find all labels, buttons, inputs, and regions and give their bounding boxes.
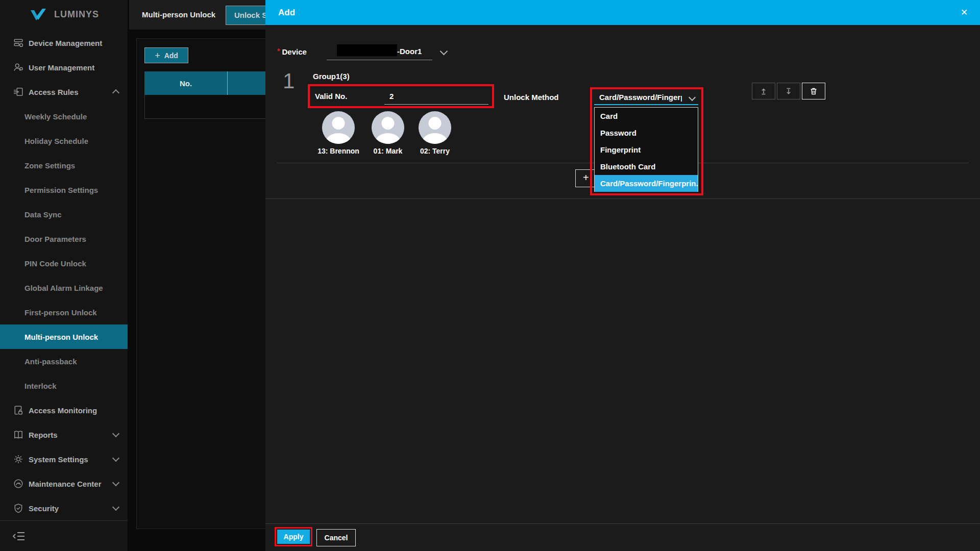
sidebar-item-reports[interactable]: Reports	[0, 422, 128, 447]
section-divider	[265, 198, 980, 199]
sidebar-item-label: System Settings	[29, 455, 88, 464]
unlock-method-dropdown: Card Password Fingerprint Bluetooth Card…	[594, 107, 698, 192]
close-icon[interactable]: ✕	[957, 0, 972, 25]
move-up-button[interactable]	[752, 83, 775, 99]
dropdown-option-password[interactable]: Password	[595, 124, 698, 141]
dropdown-option-card-password-fingerprint[interactable]: Card/Password/Fingerprin...	[595, 175, 698, 192]
sidebar-item-interlock[interactable]: Interlock	[0, 373, 128, 398]
add-dialog: Add ✕ *Device -Door1 1 Group1(3) Valid N…	[265, 0, 980, 551]
sidebar-item-access-rules[interactable]: Access Rules	[0, 80, 128, 104]
chevron-down-icon	[112, 504, 119, 511]
sidebar-item-label: Zone Settings	[24, 161, 75, 170]
sidebar-item-label: First-person Unlock	[24, 308, 97, 317]
sidebar-item-device-management[interactable]: Device Management	[0, 31, 128, 55]
sidebar-item-door-parameters[interactable]: Door Parameters	[0, 227, 128, 251]
dialog-header: Add ✕	[265, 0, 980, 25]
gear-icon	[13, 454, 23, 464]
group-member: 02: Terry	[419, 111, 451, 155]
move-down-button[interactable]	[777, 83, 800, 99]
sidebar-item-label: Access Rules	[29, 88, 79, 96]
sidebar-item-pin-code-unlock[interactable]: PIN Code Unlock	[0, 251, 128, 276]
footer-divider	[265, 523, 980, 524]
sidebar-collapse-button[interactable]	[12, 530, 28, 543]
member-name: 13: Brennon	[317, 147, 359, 155]
brand-logo: LUMINYS	[0, 0, 128, 29]
sidebar-item-zone-settings[interactable]: Zone Settings	[0, 153, 128, 178]
access-rules-icon	[13, 87, 23, 97]
sidebar-item-anti-passback[interactable]: Anti-passback	[0, 349, 128, 373]
dropdown-option-bluetooth-card[interactable]: Bluetooth Card	[595, 158, 698, 175]
brand-name: LUMINYS	[54, 9, 99, 20]
sidebar-item-label: Reports	[29, 431, 58, 439]
menu-fold-icon	[12, 531, 26, 541]
sidebar-item-label: Interlock	[24, 382, 57, 390]
plus-icon: +	[583, 172, 589, 184]
maintenance-center-icon	[13, 479, 23, 489]
valid-no-input[interactable]: 2	[384, 86, 488, 105]
device-management-icon	[13, 38, 23, 48]
sidebar-item-multi-person-unlock[interactable]: Multi-person Unlock	[0, 324, 128, 349]
member-name: 02: Terry	[420, 147, 450, 155]
unlock-method-select[interactable]: Card/Password/Fingerpr...	[599, 93, 682, 102]
member-name: 01: Mark	[374, 147, 403, 155]
chevron-down-icon	[112, 430, 119, 437]
chevron-down-icon	[440, 47, 448, 56]
dropdown-option-card[interactable]: Card	[595, 108, 698, 124]
luminys-logo-icon	[28, 7, 49, 22]
device-select[interactable]: -Door1	[327, 44, 432, 60]
sidebar-item-label: PIN Code Unlock	[24, 259, 86, 268]
arrow-up-icon	[760, 87, 768, 95]
device-label: *Device	[277, 47, 307, 56]
sidebar-item-permission-settings[interactable]: Permission Settings	[0, 178, 128, 202]
apply-button[interactable]: Apply	[277, 530, 310, 544]
valid-no-label: Valid No.	[315, 92, 347, 101]
table-header-no: No.	[144, 71, 227, 95]
dropdown-option-fingerprint[interactable]: Fingerprint	[595, 141, 698, 158]
sidebar-item-label: Security	[29, 504, 59, 513]
device-row: *Device -Door1	[265, 44, 980, 61]
sidebar-item-maintenance-center[interactable]: Maintenance Center	[0, 471, 128, 496]
unlock-method-label: Unlock Method	[504, 93, 559, 102]
chevron-down-icon	[112, 479, 119, 486]
sidebar-item-user-management[interactable]: User Management	[0, 55, 128, 80]
sidebar-item-holiday-schedule[interactable]: Holiday Schedule	[0, 129, 128, 153]
app-root: LUMINYS Device Management User Managemen…	[0, 0, 980, 551]
dialog-title: Add	[278, 0, 295, 25]
sidebar-item-label: Anti-passback	[24, 357, 77, 366]
shield-icon	[13, 503, 23, 513]
sidebar-item-label: Access Monitoring	[29, 406, 97, 415]
sidebar-nav: Device Management User Management Access…	[0, 31, 128, 520]
valid-no-value: 2	[389, 92, 394, 101]
sidebar-item-access-monitoring[interactable]: Access Monitoring	[0, 398, 128, 422]
sidebar-item-label: Device Management	[29, 39, 102, 47]
sidebar-divider	[0, 520, 128, 521]
sidebar-item-label: User Management	[29, 63, 94, 72]
group-name: Group1(3)	[313, 72, 350, 81]
group-member: 01: Mark	[372, 111, 404, 155]
sidebar-item-weekly-schedule[interactable]: Weekly Schedule	[0, 104, 128, 129]
apply-highlight-box: Apply	[275, 527, 312, 546]
sidebar-item-label: Door Parameters	[24, 235, 86, 243]
arrow-down-icon	[785, 87, 793, 95]
avatar[interactable]	[322, 111, 355, 144]
sidebar-item-label: Maintenance Center	[29, 480, 102, 488]
avatar[interactable]	[419, 111, 451, 144]
sidebar-item-label: Global Alarm Linkage	[24, 284, 103, 292]
cancel-button[interactable]: Cancel	[316, 529, 356, 546]
chevron-up-icon	[112, 89, 119, 96]
sidebar-item-system-settings[interactable]: System Settings	[0, 447, 128, 471]
delete-group-button[interactable]	[802, 83, 825, 99]
reports-icon	[13, 430, 23, 440]
sidebar-item-label: Permission Settings	[24, 186, 98, 194]
add-button-label: Add	[164, 52, 178, 60]
valid-no-highlight-box: Valid No. 2	[308, 84, 494, 108]
add-button[interactable]: + Add	[144, 47, 188, 63]
sidebar-item-first-person-unlock[interactable]: First-person Unlock	[0, 300, 128, 324]
page-title: Multi-person Unlock	[142, 0, 215, 30]
sidebar-item-data-sync[interactable]: Data Sync	[0, 202, 128, 227]
sidebar-item-label: Weekly Schedule	[24, 112, 87, 121]
sidebar-item-security[interactable]: Security	[0, 496, 128, 520]
sidebar: LUMINYS Device Management User Managemen…	[0, 0, 128, 551]
avatar[interactable]	[372, 111, 404, 144]
sidebar-item-global-alarm-linkage[interactable]: Global Alarm Linkage	[0, 276, 128, 300]
